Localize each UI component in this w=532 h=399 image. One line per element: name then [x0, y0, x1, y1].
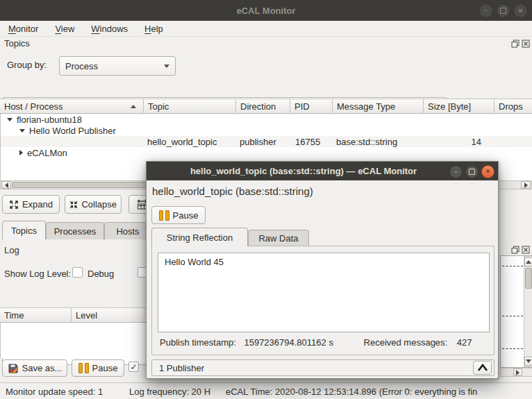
pause-icon: [159, 210, 169, 221]
show-log-level-label: Show Log Level:: [4, 269, 71, 279]
tab-processes[interactable]: Processes: [46, 222, 104, 239]
save-as-button[interactable]: Save as...: [2, 359, 67, 377]
col-level[interactable]: Level: [72, 307, 148, 323]
scroll-right-button[interactable]: [513, 368, 522, 376]
publisher-count: 1 Publisher: [159, 363, 204, 373]
reflection-pane: Hello World 45 Publish timestamp: 159723…: [151, 246, 494, 355]
close-dock-icon[interactable]: [522, 246, 530, 254]
status-ecal-time: eCAL Time: 2020-08-12 12:53:14.896 (Erro…: [226, 387, 532, 397]
right-dock: [498, 244, 532, 380]
tree-row-host[interactable]: florian-ubuntu18: [1, 114, 532, 125]
dialog-titlebar[interactable]: hello_world_topic (base:std::string) — e…: [147, 162, 498, 180]
menu-monitor[interactable]: Monitor: [0, 21, 47, 36]
col-pid[interactable]: PID: [290, 99, 333, 114]
main-titlebar[interactable]: eCAL Monitor − ✕: [0, 0, 532, 21]
publisher-bar[interactable]: 1 Publisher: [151, 359, 494, 376]
size-cell: 14: [424, 137, 495, 147]
received-messages-label: Received messages:: [364, 337, 448, 348]
topics-dock-title: Topics: [4, 38, 30, 49]
status-log-frequency: Log frequency: 20 H: [129, 387, 215, 397]
expand-icon: [9, 200, 19, 210]
dialog-close-button[interactable]: ✕: [481, 165, 494, 178]
float-icon[interactable]: [511, 246, 519, 254]
col-time[interactable]: Time: [0, 307, 72, 323]
expander-closed-icon[interactable]: [19, 150, 23, 155]
right-dock-hscrollbar[interactable]: [500, 368, 532, 377]
tree-row-ecalmon[interactable]: eCALMon: [1, 147, 532, 158]
log-dock-title: Log: [4, 245, 19, 255]
right-dock-controls: [511, 246, 530, 254]
status-bar: Monitor update speed: 1 Log frequency: 2…: [0, 382, 532, 399]
dialog-maximize-button[interactable]: [465, 165, 479, 178]
expand-button[interactable]: Expand: [2, 195, 60, 214]
expander-open-icon[interactable]: [7, 118, 13, 121]
pause-icon: [78, 363, 89, 373]
maximize-button[interactable]: [496, 3, 510, 18]
pid-cell: 16755: [291, 137, 333, 147]
chevron-down-icon: [164, 65, 169, 68]
vscroll-thumb[interactable]: [525, 268, 532, 289]
tab-raw-data[interactable]: Raw Data: [248, 230, 309, 246]
arrow-left-icon: [5, 182, 8, 188]
tab-topics[interactable]: Topics: [2, 221, 46, 239]
col-message-type[interactable]: Message Type: [333, 99, 424, 114]
arrow-right-icon: [524, 182, 528, 188]
minimize-button[interactable]: −: [479, 3, 493, 18]
arrow-up-icon: [526, 260, 531, 264]
group-by-label: Group by:: [7, 60, 47, 70]
menu-help[interactable]: Help: [136, 21, 172, 36]
scroll-up-button[interactable]: [524, 257, 532, 266]
group-by-combo[interactable]: Process: [59, 56, 176, 76]
col-size[interactable]: Size [Byte]: [424, 99, 494, 114]
message-type-cell: base:std::string: [333, 137, 424, 147]
arrow-down-icon: [526, 359, 531, 363]
collapse-icon: [69, 200, 78, 210]
status-monitor-speed: Monitor update speed: 1: [6, 387, 119, 397]
dialog-title: hello_world_topic (base:std::string) — e…: [190, 166, 454, 176]
maximize-icon: [500, 8, 506, 14]
close-dock-icon[interactable]: [522, 40, 530, 48]
col-topic[interactable]: Topic: [144, 99, 236, 114]
publish-timestamp-label: Publish timestamp:: [160, 337, 236, 348]
log-pause-button[interactable]: Pause: [72, 359, 124, 377]
debug-label: Debug: [88, 269, 114, 279]
dialog-heading: hello_world_topic (base:std::string): [152, 185, 313, 197]
menu-windows[interactable]: Windows: [83, 21, 136, 36]
float-icon[interactable]: [511, 40, 519, 48]
dialog-minimize-button[interactable]: −: [449, 165, 463, 178]
tab-hosts[interactable]: Hosts: [104, 222, 151, 239]
grid-line: [502, 316, 523, 316]
debug-checkbox[interactable]: [72, 267, 83, 278]
expander-open-icon[interactable]: [19, 129, 25, 133]
tree-row-process[interactable]: Hello World Publisher: [1, 125, 532, 136]
sort-ascending-icon: [131, 105, 136, 108]
right-dock-vscrollbar[interactable]: [524, 256, 532, 367]
topics-dock-controls: [511, 40, 530, 48]
direction-cell: publisher: [237, 137, 291, 147]
dialog-status-row: Publish timestamp: 1597236794.801162 s R…: [160, 337, 472, 348]
reflection-dialog: hello_world_topic (base:std::string) — e…: [146, 161, 499, 379]
expand-publishers-button[interactable]: [473, 361, 492, 375]
menu-monitor-rest: onitor: [16, 24, 39, 34]
scroll-right-button[interactable]: [521, 181, 531, 189]
col-host-process[interactable]: Host / Process: [0, 99, 144, 114]
message-content-box[interactable]: Hello World 45: [158, 253, 490, 332]
menu-view[interactable]: View: [47, 21, 83, 36]
col-direction[interactable]: Direction: [236, 99, 290, 114]
tab-string-reflection[interactable]: String Reflection: [151, 228, 248, 246]
chevron-up-icon: [477, 364, 488, 372]
dialog-window-controls: − ✕: [449, 165, 494, 178]
autoscroll-checkbox[interactable]: ✓: [128, 362, 139, 372]
topics-table-header: Host / Process Topic Direction PID Messa…: [0, 99, 532, 114]
scroll-down-button[interactable]: [524, 357, 532, 366]
tree-row-topic[interactable]: hello_world_topic publisher 16755 base:s…: [1, 136, 532, 147]
main-window-controls: − ✕: [479, 3, 528, 18]
right-dock-table[interactable]: [500, 255, 532, 368]
ecal-monitor-app: eCAL Monitor − ✕ Monitor View Windows He…: [0, 0, 532, 399]
col-drops[interactable]: Drops: [494, 99, 532, 114]
close-button[interactable]: ✕: [513, 3, 528, 18]
dialog-pause-button[interactable]: Pause: [151, 206, 206, 224]
arrow-right-icon: [516, 370, 519, 375]
collapse-button[interactable]: Collapse: [65, 195, 122, 214]
scroll-left-button[interactable]: [1, 181, 11, 189]
